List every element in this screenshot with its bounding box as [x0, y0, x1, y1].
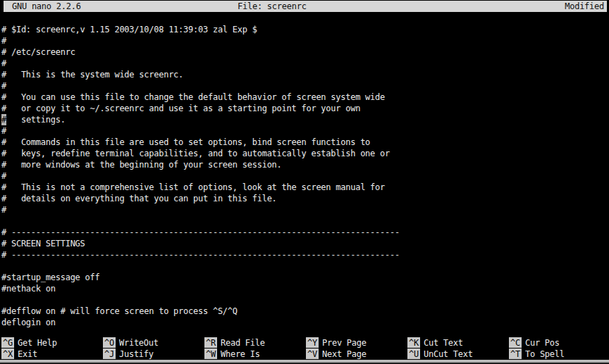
shortcut-key-badge: ^T	[509, 349, 522, 359]
shortcut-key-badge: ^Y	[306, 337, 319, 348]
shortcut-label: Prev Page	[322, 338, 367, 348]
cursor-block: #	[1, 114, 6, 125]
shortcut-label: Read File	[221, 338, 265, 348]
editor-line: # SCREEN SETTINGS	[1, 238, 609, 249]
editor-line: # You can use this file to change the de…	[1, 92, 609, 103]
shortcut-cut-text: ^KCut Text	[407, 337, 509, 349]
editor-line: #nethack on	[1, 283, 609, 294]
editor-line	[1, 215, 609, 227]
shortcut-key-badge: ^R	[204, 337, 217, 348]
editor-line: # or copy it to ~/.screenrc and use it a…	[1, 103, 609, 114]
editor-line: # settings.	[1, 114, 609, 125]
shortcut-key-badge: ^O	[103, 337, 116, 348]
editor-line: #defflow on # will force screen to proce…	[1, 306, 609, 317]
shortcut-label: Cur Pos	[525, 338, 560, 348]
editor-line: #	[1, 170, 609, 182]
shortcut-key-badge: ^C	[509, 337, 522, 348]
shortcut-key-badge: ^X	[1, 349, 14, 359]
editor-line: #	[1, 58, 609, 69]
editor-line: #	[1, 35, 609, 46]
editor-line: #	[1, 80, 609, 92]
shortcut-key-badge: ^G	[1, 337, 14, 348]
editor-line: # keys, redefine terminal capabilities, …	[1, 148, 609, 159]
shortcut-uncut-text: ^UUnCut Text	[407, 349, 509, 360]
shortcut-to-spell: ^TTo Spell	[509, 349, 609, 360]
editor-line: deflogin on	[1, 317, 609, 328]
shortcut-label: Exit	[18, 349, 37, 359]
editor-content[interactable]: # $Id: screenrc,v 1.15 2003/10/08 11:39:…	[1, 13, 609, 328]
nano-titlebar: GNU nano 2.2.6 File: screenrc Modified	[4, 1, 607, 12]
modified-flag: Modified	[565, 1, 604, 12]
shortcut-label: UnCut Text	[424, 349, 473, 359]
editor-line: # Commands in this file are used to set …	[1, 137, 609, 148]
editor-line: #	[1, 125, 609, 137]
shortcut-prev-page: ^YPrev Page	[306, 337, 407, 349]
shortcut-key-badge: ^V	[306, 349, 319, 359]
shortcut-get-help: ^GGet Help	[1, 337, 103, 349]
shortcut-key-badge: ^J	[103, 349, 116, 359]
shortcut-where-is: ^WWhere Is	[204, 349, 306, 360]
editor-line: # more windows at the beginning of your …	[1, 159, 609, 170]
editor-line: #	[1, 204, 609, 215]
shortcut-exit: ^XExit	[1, 349, 103, 360]
editor-line: # This is not a comprehensive list of op…	[1, 182, 609, 193]
editor-line: # /etc/screenrc	[1, 46, 609, 58]
shortcut-label: Next Page	[322, 349, 367, 359]
shortcut-writeout: ^OWriteOut	[103, 337, 204, 349]
editor-line: #startup_message off	[1, 272, 609, 283]
shortcut-key-badge: ^W	[204, 349, 217, 359]
shortcut-cur-pos: ^CCur Pos	[509, 337, 609, 349]
shortcut-justify: ^JJustify	[103, 349, 204, 360]
shortcut-label: WriteOut	[119, 338, 159, 348]
editor-line: # $Id: screenrc,v 1.15 2003/10/08 11:39:…	[1, 24, 609, 35]
shortcut-key-badge: ^U	[407, 349, 420, 359]
shortcut-label: Justify	[119, 349, 154, 359]
shortcut-key-badge: ^K	[407, 337, 420, 348]
shortcut-label: Cut Text	[424, 338, 463, 348]
terminal-window[interactable]: GNU nano 2.2.6 File: screenrc Modified #…	[0, 0, 609, 364]
file-name-label: File: screenrc	[238, 1, 307, 12]
shortcut-row: ^GGet Help^OWriteOut^RRead File^YPrev Pa…	[1, 337, 609, 349]
shortcut-read-file: ^RRead File	[204, 337, 306, 349]
editor-line	[1, 294, 609, 306]
editor-line	[1, 261, 609, 272]
shortcut-label: Where Is	[221, 349, 260, 359]
shortcut-bar: ^GGet Help^OWriteOut^RRead File^YPrev Pa…	[1, 337, 609, 360]
shortcut-next-page: ^VNext Page	[306, 349, 407, 360]
shortcut-row: ^XExit^JJustify^WWhere Is^VNext Page^UUn…	[1, 349, 609, 360]
shortcut-label: Get Help	[18, 338, 57, 348]
app-version-label: GNU nano 2.2.6	[12, 1, 81, 12]
editor-line: # --------------------------------------…	[1, 227, 609, 238]
shortcut-label: To Spell	[525, 349, 565, 359]
editor-line: # This is the system wide screenrc.	[1, 69, 609, 80]
background-window-edge	[0, 360, 609, 364]
editor-line: # details on everything that you can put…	[1, 193, 609, 204]
editor-line: # --------------------------------------…	[1, 249, 609, 261]
